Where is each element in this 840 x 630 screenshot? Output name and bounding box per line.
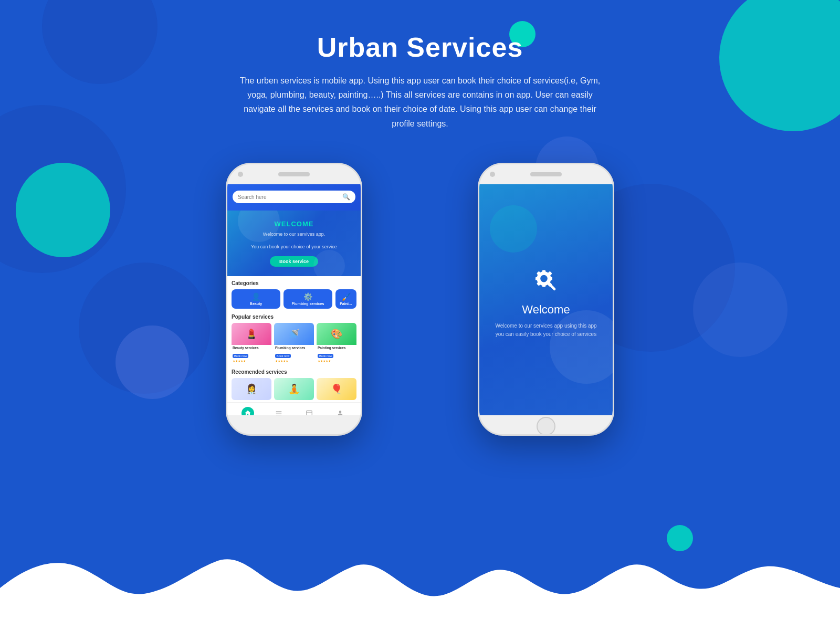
list-icon xyxy=(275,410,282,415)
rec-card-doctor[interactable]: 👩‍⚕️ xyxy=(232,378,271,400)
right-phone-speaker xyxy=(530,172,562,176)
fitness-image: 🧘 xyxy=(274,378,314,400)
phones-area: 🔍 WELCOME Welcome to our servives app. Y… xyxy=(226,163,614,436)
painting-book-now[interactable]: Book now xyxy=(318,354,333,358)
nav-calendar-button[interactable] xyxy=(303,407,316,415)
painting-icon: 🖌️ xyxy=(338,292,354,301)
left-phone: 🔍 WELCOME Welcome to our servives app. Y… xyxy=(226,163,362,436)
categories-label: Categories xyxy=(232,280,356,286)
plumbing-service-image: 🚿 xyxy=(274,323,314,345)
plumbing-icon: ⚙️ xyxy=(286,292,330,301)
welcome-banner: WELCOME Welcome to our servives app. You… xyxy=(227,211,361,276)
bg-blob-10 xyxy=(693,262,788,357)
home-icon xyxy=(244,410,251,415)
nav-home-button[interactable] xyxy=(242,407,254,415)
right-phone-top-bar xyxy=(479,164,613,184)
painting-service-name: Painting services xyxy=(318,346,355,350)
page-title: Urban Services xyxy=(236,32,604,63)
popular-services-label: Popular services xyxy=(232,314,356,320)
svg-point-2 xyxy=(339,411,341,413)
plumbing-service-name: Plumbing services xyxy=(275,346,313,350)
category-plumbing[interactable]: ⚙️ Plumbing services xyxy=(284,289,332,309)
bottom-wave xyxy=(0,546,840,630)
book-service-button[interactable]: Book service xyxy=(270,256,318,267)
recommended-label: Recomended services xyxy=(232,369,356,375)
search-area: 🔍 xyxy=(227,184,361,211)
beauty-book-now[interactable]: Book now xyxy=(233,354,248,358)
category-painting-partial[interactable]: 🖌️ Paini… xyxy=(335,289,356,309)
plumbing-label: Plumbing services xyxy=(286,302,330,306)
service-card-plumbing[interactable]: 🚿 Plumbing services Book now ★★★★★ xyxy=(274,323,314,364)
beauty-service-name: Beauty services xyxy=(233,346,270,350)
page-subtitle: The urben services is mobile app. Using … xyxy=(236,74,604,131)
service-card-beauty[interactable]: 💄 Beauty services Book now ★★★★★ xyxy=(232,323,271,364)
doctor-image: 👩‍⚕️ xyxy=(232,378,271,400)
painting-label: Paini… xyxy=(338,302,354,306)
category-beauty[interactable]: 👤 Beauty xyxy=(232,289,280,309)
decor-image: 🎈 xyxy=(317,378,356,400)
painting-stars: ★★★★★ xyxy=(318,359,355,363)
bg-blob-5 xyxy=(116,326,189,399)
search-input[interactable] xyxy=(238,194,339,200)
plumbing-stars: ★★★★★ xyxy=(275,359,313,363)
beauty-service-image: 💄 xyxy=(232,323,271,345)
bg-blob-7 xyxy=(719,0,840,131)
person-icon xyxy=(337,410,344,415)
left-phone-speaker xyxy=(278,172,310,176)
splash-subtitle-text: Welcome to our services app using this a… xyxy=(479,322,613,339)
header: Urban Services The urben services is mob… xyxy=(236,32,604,131)
welcome-heading: WELCOME xyxy=(233,220,355,228)
splash-screen: Welcome Welcome to our services app usin… xyxy=(479,184,613,415)
beauty-service-info: Beauty services Book now ★★★★★ xyxy=(232,345,271,364)
categories-section: Categories 👤 Beauty ⚙️ Plumbing services… xyxy=(227,276,361,311)
painting-service-info: Painting services Book now ★★★★★ xyxy=(317,345,356,364)
right-phone-home-button xyxy=(537,417,555,436)
service-card-painting[interactable]: 🎨 Painting services Book now ★★★★★ xyxy=(317,323,356,364)
right-phone-bottom-bar xyxy=(479,415,613,436)
gear-search-icon xyxy=(525,261,567,303)
popular-services-row: 💄 Beauty services Book now ★★★★★ 🚿 Plumb… xyxy=(232,323,356,364)
left-phone-top-bar xyxy=(227,164,361,184)
recommended-row: 👩‍⚕️ 🧘 🎈 xyxy=(232,378,356,400)
welcome-line2: You can book your choice of your service xyxy=(233,244,355,251)
nav-profile-button[interactable] xyxy=(334,407,346,415)
svg-line-13 xyxy=(547,282,554,289)
beauty-label: Beauty xyxy=(234,302,278,306)
search-icon: 🔍 xyxy=(342,193,350,201)
categories-row: 👤 Beauty ⚙️ Plumbing services 🖌️ Paini… xyxy=(232,289,356,309)
right-phone-screen: Welcome Welcome to our services app usin… xyxy=(479,184,613,415)
beauty-stars: ★★★★★ xyxy=(233,359,270,363)
left-phone-screen: 🔍 WELCOME Welcome to our servives app. Y… xyxy=(227,184,361,415)
painting-service-image: 🎨 xyxy=(317,323,356,345)
bg-blob-2 xyxy=(16,163,110,257)
rec-card-fitness[interactable]: 🧘 xyxy=(274,378,314,400)
left-phone-camera xyxy=(238,172,243,177)
popular-services-section: Popular services 💄 Beauty services Book … xyxy=(227,311,361,366)
beauty-icon: 👤 xyxy=(234,292,278,301)
svg-rect-0 xyxy=(307,411,312,415)
nav-list-button[interactable] xyxy=(272,407,285,415)
recommended-services-section: Recomended services 👩‍⚕️ 🧘 🎈 xyxy=(227,366,361,402)
calendar-icon xyxy=(306,410,313,415)
plumbing-book-now[interactable]: Book now xyxy=(275,354,291,358)
right-phone-camera xyxy=(490,172,495,177)
splash-welcome-text: Welcome xyxy=(522,303,570,317)
bottom-nav xyxy=(227,402,361,415)
plumbing-service-info: Plumbing services Book now ★★★★★ xyxy=(274,345,314,364)
welcome-line1: Welcome to our servives app. xyxy=(233,231,355,238)
search-bar[interactable]: 🔍 xyxy=(233,191,355,203)
bg-blob-3 xyxy=(42,0,158,84)
rec-card-decor[interactable]: 🎈 xyxy=(317,378,356,400)
right-phone: Welcome Welcome to our services app usin… xyxy=(478,163,614,436)
